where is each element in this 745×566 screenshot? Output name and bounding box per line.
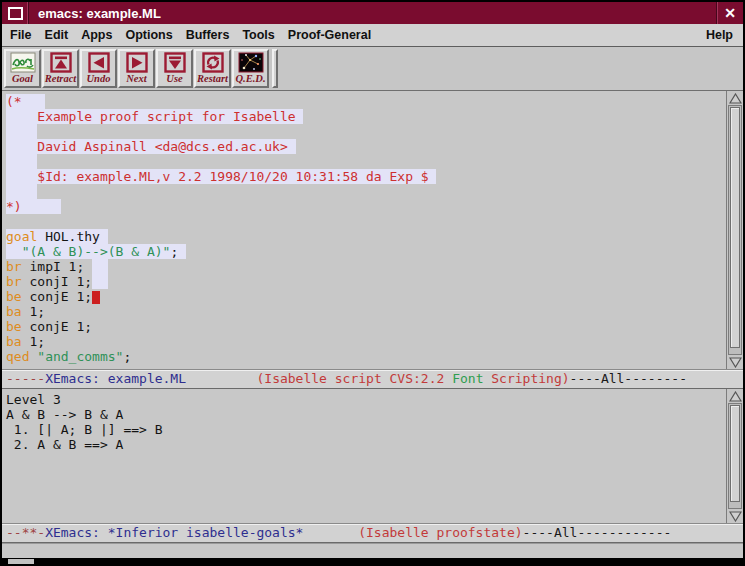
scrollbar-thumb[interactable]: [730, 107, 740, 348]
text-segment: Scripting): [491, 371, 569, 386]
script-buffer-scrollbar[interactable]: [726, 91, 743, 369]
menu-options[interactable]: Options: [125, 28, 172, 42]
retract-button[interactable]: Retract: [42, 49, 79, 88]
window-menu-button[interactable]: [2, 2, 29, 24]
script-buffer-window[interactable]: (* Example proof script for Isabelle Dav…: [2, 91, 743, 369]
text-segment: ba: [6, 304, 22, 319]
goal-image-icon: [10, 52, 36, 73]
text-segment: [186, 371, 256, 386]
text-segment: (Isabelle proofstate): [358, 525, 522, 540]
menu-apps[interactable]: Apps: [81, 28, 112, 42]
text-segment: goal: [6, 229, 37, 244]
next-right-icon: [126, 52, 148, 73]
text-segment: (*: [6, 94, 22, 109]
buffer-line: 2. A & B ==> A: [6, 437, 743, 452]
goal-button-label: Goal: [12, 73, 33, 84]
menu-proof-general[interactable]: Proof-General: [288, 28, 371, 42]
buffer-line: Example proof script for Isabelle: [6, 109, 743, 124]
text-segment: [6, 154, 37, 169]
text-segment: qed: [6, 349, 29, 364]
buffer-line: Level 3: [6, 392, 743, 407]
buffer-line: A & B --> B & A: [6, 407, 743, 422]
buffer-line: [6, 214, 743, 229]
scrollbar-thumb[interactable]: [730, 405, 740, 502]
buffer-line: ba 1;: [6, 334, 743, 349]
restart-cycle-icon: [202, 52, 224, 73]
menu-help[interactable]: Help: [706, 28, 733, 42]
text-segment: [92, 274, 108, 289]
text-segment: Level 3: [6, 392, 61, 407]
text-segment: 1;: [22, 304, 45, 319]
script-buffer-modeline[interactable]: -----XEmacs: example.ML (Isabelle script…: [2, 369, 743, 389]
scrollbar-trough[interactable]: [728, 105, 742, 355]
goals-buffer-window[interactable]: Level 3A & B --> B & A 1. [| A; B |] ==>…: [2, 389, 743, 523]
goal-button[interactable]: Goal: [4, 49, 41, 88]
buffer-line: *): [6, 199, 743, 214]
text-segment: Example proof script for Isabelle: [6, 109, 303, 124]
text-segment: 2. A & B ==> A: [6, 437, 123, 452]
xemacs-frame: emacs: example.ML ✕ File Edit Apps Optio…: [0, 0, 745, 566]
text-segment: br: [6, 259, 22, 274]
text-cursor: [92, 291, 100, 304]
echo-area[interactable]: [2, 543, 743, 558]
buffer-line: br conjI 1;: [6, 274, 743, 289]
text-segment: [92, 259, 108, 274]
buffer-line: (*: [6, 94, 743, 109]
text-segment: [6, 184, 37, 199]
text-segment: "and_comms": [37, 349, 123, 364]
undo-button[interactable]: Undo: [80, 49, 117, 88]
text-segment: ----All------------: [523, 525, 672, 540]
buffer-line: David Aspinall <da@dcs.ed.ac.uk>: [6, 139, 743, 154]
text-segment: impI 1;: [22, 259, 92, 274]
text-segment: "(A & B)-->(B & A)": [22, 244, 171, 259]
text-segment: conjE 1;: [22, 289, 92, 304]
goals-buffer-modeline[interactable]: --**-XEmacs: *Inferior isabelle-goals* (…: [2, 523, 743, 543]
restart-button-label: Restart: [197, 73, 228, 84]
qed-image-icon: [238, 52, 264, 73]
menu-tools[interactable]: Tools: [242, 28, 274, 42]
minibuffer-gutter-handle: [8, 559, 34, 564]
window-title: emacs: example.ML: [29, 2, 716, 24]
close-button[interactable]: ✕: [716, 2, 743, 24]
text-segment: conjI 1;: [22, 274, 92, 289]
buffer-line: $Id: example.ML,v 2.2 1998/10/20 10:31:5…: [6, 169, 743, 184]
undo-left-icon: [88, 52, 110, 73]
scrollbar-up-arrow[interactable]: [727, 389, 743, 403]
text-segment: 1. [| A; B |] ==> B: [6, 422, 163, 437]
script-buffer-text: (* Example proof script for Isabelle Dav…: [2, 91, 743, 364]
next-button-label: Next: [126, 73, 146, 84]
menu-file[interactable]: File: [10, 28, 32, 42]
text-segment: -----: [6, 371, 45, 386]
buffer-line: br impI 1;: [6, 259, 743, 274]
text-segment: Font: [452, 371, 483, 386]
buffer-line: --**-XEmacs: *Inferior isabelle-goals* (…: [2, 524, 743, 542]
scrollbar-down-arrow[interactable]: [727, 509, 743, 523]
text-segment: 1;: [22, 334, 45, 349]
text-segment: $Id: example.ML,v 2.2 1998/10/20 10:31:5…: [6, 169, 436, 184]
text-segment: A & B --> B & A: [6, 407, 123, 422]
title-bar: emacs: example.ML ✕: [2, 2, 743, 24]
text-segment: *): [6, 199, 22, 214]
restart-button[interactable]: Restart: [194, 49, 231, 88]
buffer-line: "(A & B)-->(B & A)";: [6, 244, 743, 259]
menu-edit[interactable]: Edit: [45, 28, 69, 42]
text-segment: HOL.thy: [37, 229, 107, 244]
retract-button-label: Retract: [45, 73, 77, 84]
scrollbar-down-arrow[interactable]: [727, 355, 743, 369]
text-segment: [22, 94, 45, 109]
goals-buffer-scrollbar[interactable]: [726, 389, 743, 523]
menu-buffers[interactable]: Buffers: [186, 28, 230, 42]
menu-bar: File Edit Apps Options Buffers Tools Pro…: [2, 24, 743, 47]
scrollbar-up-arrow[interactable]: [727, 91, 743, 105]
scrollbar-trough[interactable]: [728, 403, 742, 509]
qed-button-label: Q.E.D.: [235, 73, 265, 84]
next-button[interactable]: Next: [118, 49, 155, 88]
text-segment: [22, 199, 61, 214]
buffer-line: [6, 124, 743, 139]
window-menu-icon: [8, 7, 23, 20]
use-button[interactable]: Use: [156, 49, 193, 88]
bottom-frame-strip: [2, 558, 743, 566]
qed-button[interactable]: Q.E.D.: [232, 49, 269, 88]
text-segment: XEmacs: *Inferior isabelle-goals*: [45, 525, 303, 540]
buffer-line: [6, 154, 743, 169]
